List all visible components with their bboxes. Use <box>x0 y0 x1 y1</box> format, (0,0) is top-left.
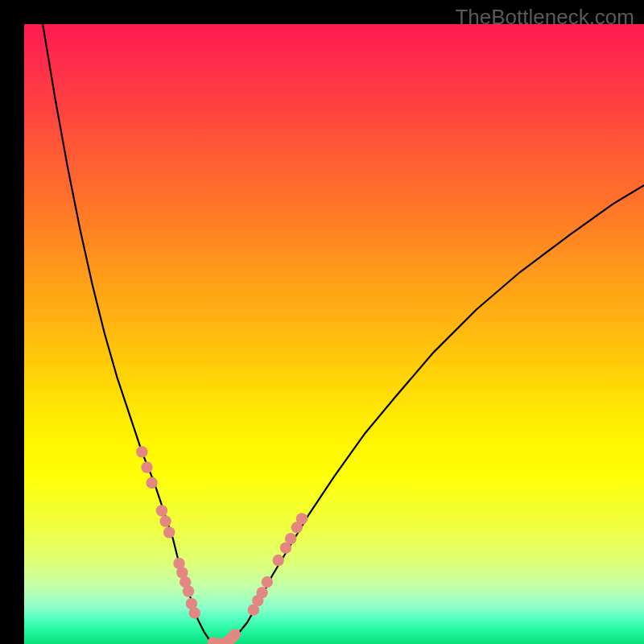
data-point <box>256 587 267 598</box>
data-point <box>273 555 284 566</box>
curve-layer <box>24 24 644 644</box>
data-point <box>156 505 167 516</box>
data-point <box>146 477 157 489</box>
data-point <box>183 585 194 597</box>
chart-frame: TheBottleneck.com <box>0 0 644 644</box>
data-point <box>262 576 273 588</box>
data-point <box>163 526 175 538</box>
data-point <box>159 515 171 526</box>
data-point <box>189 607 200 618</box>
data-point <box>141 461 152 473</box>
data-point <box>296 513 308 524</box>
data-point <box>229 629 241 640</box>
data-point <box>136 446 147 457</box>
watermark-text: TheBottleneck.com <box>455 5 634 30</box>
data-point <box>285 533 296 544</box>
plot-area <box>24 24 644 644</box>
bottleneck-curve <box>43 24 644 644</box>
